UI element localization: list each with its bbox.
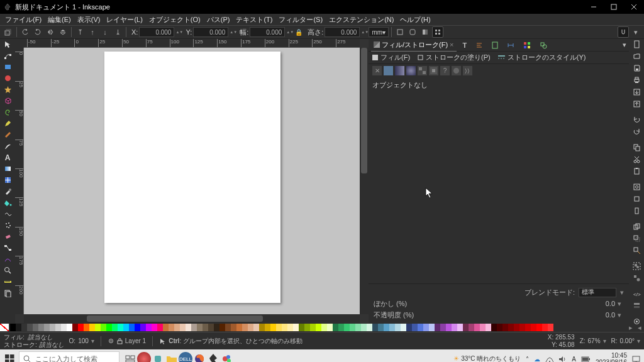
swatch[interactable] [219,324,225,331]
swatch[interactable] [401,324,406,331]
swatch[interactable] [10,324,16,331]
taskbar-app-2-icon[interactable] [151,352,165,362]
pencil-tool-icon[interactable] [3,130,13,140]
swatch[interactable] [519,324,525,331]
import-icon[interactable] [631,88,641,96]
paint-mesh-icon[interactable] [452,66,461,75]
swatch[interactable] [236,324,242,331]
snap-toggle-icon[interactable] [618,26,629,38]
menu-filters[interactable]: フィルター(S) [276,14,325,26]
status-opacity[interactable]: 100 [78,337,89,344]
menu-path[interactable]: パス(P) [204,14,233,26]
paint-unknown-icon[interactable]: ? [440,66,450,75]
close-tab-icon[interactable]: × [450,41,453,48]
swatch[interactable] [508,324,514,331]
menu-text[interactable]: テキスト(T) [233,14,275,26]
taskbar-app-4-icon[interactable] [220,352,234,362]
swatch[interactable] [384,324,389,331]
xml-icon[interactable]: </> [631,290,641,298]
swatch[interactable] [367,324,372,331]
swatch[interactable] [276,324,282,331]
text-tool-icon[interactable]: A [3,153,13,162]
swatch[interactable] [350,324,355,331]
swatch[interactable] [67,324,72,331]
swatch[interactable] [452,324,457,331]
paint-radial-icon[interactable] [406,66,416,75]
ruler-horizontal[interactable]: -75 -50-25 025 5075 100125 150175 200225… [24,39,360,48]
swatch[interactable] [152,324,157,331]
layer-indicator[interactable]: Layer 1 [108,337,146,344]
swatch[interactable] [72,324,78,331]
zoom-fit-icon[interactable] [631,183,641,191]
menu-object[interactable]: オブジェクト(O) [147,14,203,26]
swatch[interactable] [106,324,112,331]
swatch[interactable] [84,324,89,331]
dock-tab-fillstroke[interactable]: フィル/ストローク(F) × [371,39,457,52]
lower-icon[interactable]: ↓ [99,26,111,38]
h-input[interactable] [325,27,360,37]
zoom-tool-icon[interactable] [3,266,13,275]
color-palette[interactable]: ▸ ◂ [0,323,644,332]
swatch[interactable] [536,324,542,331]
taskbar-inkscape-icon[interactable] [206,352,220,362]
paste-icon[interactable] [631,167,641,175]
swatch[interactable] [338,324,344,331]
paint-pattern-icon[interactable] [418,66,427,75]
palette-none-icon[interactable] [0,324,9,331]
swatch[interactable] [270,324,276,331]
ruler-corner[interactable] [15,39,24,48]
swatch[interactable] [38,324,44,331]
rotate-ccw-icon[interactable] [19,26,31,38]
print-icon[interactable] [631,76,641,84]
swatch[interactable] [497,324,502,331]
swatch[interactable] [395,324,401,331]
canvas-area[interactable]: -75 -50-25 025 5075 100125 150175 200225… [15,39,369,323]
swatch[interactable] [242,324,248,331]
dock-menu-icon[interactable]: ▾ [620,40,629,50]
swatch[interactable] [191,324,197,331]
dock-tab-text-icon[interactable]: T [460,40,470,50]
swatch[interactable] [27,324,33,331]
swatch[interactable] [287,324,293,331]
export-icon[interactable] [631,100,641,108]
canvas-viewport[interactable] [24,48,360,314]
menu-help[interactable]: ヘルプ(H) [397,14,433,26]
swatch[interactable] [259,324,265,331]
dropper-tool-icon[interactable] [3,187,13,196]
swatch[interactable] [265,324,270,331]
swatch[interactable] [44,324,50,331]
swatch[interactable] [129,324,135,331]
connector-tool-icon[interactable] [3,243,13,253]
y-input[interactable] [193,27,228,37]
move-pattern-icon[interactable] [432,26,443,38]
swatch[interactable] [112,324,118,331]
swatch[interactable] [327,324,333,331]
fill-subtab[interactable]: フィル(F) [372,53,410,62]
swatch[interactable] [33,324,38,331]
swatch[interactable] [253,324,259,331]
rectangle-tool-icon[interactable] [3,62,13,72]
dock-tab-docprops-icon[interactable] [489,40,501,50]
raise-top-icon[interactable]: ⤒ [74,26,86,38]
swatch[interactable] [310,324,316,331]
duplicate-icon[interactable] [631,222,641,231]
menu-view[interactable]: 表示(V) [75,14,103,26]
swatch[interactable] [89,324,95,331]
taskbar-firefox-icon[interactable] [192,352,206,362]
swatch[interactable] [21,324,27,331]
swatch[interactable] [174,324,180,331]
pen-tool-icon[interactable] [3,119,13,128]
taskbar-search[interactable]: ここに入力して検索 [19,351,119,362]
spray-tool-icon[interactable] [3,221,13,230]
swatch[interactable] [423,324,429,331]
status-rotation[interactable]: 0.00° [620,337,635,344]
scale-stroke-icon[interactable] [394,26,406,38]
swatch[interactable] [491,324,497,331]
dock-tab-objects-icon[interactable] [537,40,550,50]
new-doc-icon[interactable] [631,40,641,48]
swatch[interactable] [95,324,101,331]
open-icon[interactable] [631,52,641,60]
stroke-style-subtab[interactable]: ストロークのスタイル(Y) [498,53,586,62]
tweak-tool-icon[interactable] [3,209,13,219]
redo-icon[interactable] [631,128,641,136]
